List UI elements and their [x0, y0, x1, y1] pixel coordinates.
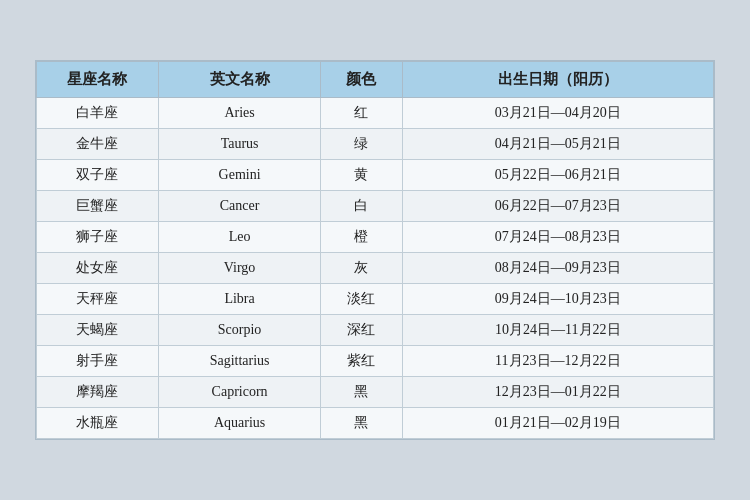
- cell-chinese: 摩羯座: [37, 377, 159, 408]
- table-row: 射手座Sagittarius紫红11月23日—12月22日: [37, 346, 714, 377]
- table-row: 双子座Gemini黄05月22日—06月21日: [37, 160, 714, 191]
- cell-chinese: 白羊座: [37, 98, 159, 129]
- table-row: 处女座Virgo灰08月24日—09月23日: [37, 253, 714, 284]
- header-date: 出生日期（阳历）: [402, 62, 713, 98]
- table-row: 巨蟹座Cancer白06月22日—07月23日: [37, 191, 714, 222]
- cell-english: Capricorn: [158, 377, 320, 408]
- cell-chinese: 狮子座: [37, 222, 159, 253]
- cell-date: 11月23日—12月22日: [402, 346, 713, 377]
- table-row: 狮子座Leo橙07月24日—08月23日: [37, 222, 714, 253]
- header-color: 颜色: [321, 62, 402, 98]
- table-row: 天蝎座Scorpio深红10月24日—11月22日: [37, 315, 714, 346]
- cell-date: 07月24日—08月23日: [402, 222, 713, 253]
- cell-chinese: 天秤座: [37, 284, 159, 315]
- cell-date: 01月21日—02月19日: [402, 408, 713, 439]
- cell-color: 深红: [321, 315, 402, 346]
- cell-color: 白: [321, 191, 402, 222]
- cell-chinese: 天蝎座: [37, 315, 159, 346]
- cell-english: Gemini: [158, 160, 320, 191]
- table-row: 天秤座Libra淡红09月24日—10月23日: [37, 284, 714, 315]
- cell-date: 05月22日—06月21日: [402, 160, 713, 191]
- table-header-row: 星座名称 英文名称 颜色 出生日期（阳历）: [37, 62, 714, 98]
- cell-color: 灰: [321, 253, 402, 284]
- cell-chinese: 射手座: [37, 346, 159, 377]
- zodiac-table-container: 星座名称 英文名称 颜色 出生日期（阳历） 白羊座Aries红03月21日—04…: [35, 60, 715, 440]
- table-row: 水瓶座Aquarius黑01月21日—02月19日: [37, 408, 714, 439]
- cell-english: Aries: [158, 98, 320, 129]
- cell-date: 03月21日—04月20日: [402, 98, 713, 129]
- cell-date: 10月24日—11月22日: [402, 315, 713, 346]
- zodiac-table: 星座名称 英文名称 颜色 出生日期（阳历） 白羊座Aries红03月21日—04…: [36, 61, 714, 439]
- table-row: 摩羯座Capricorn黑12月23日—01月22日: [37, 377, 714, 408]
- cell-date: 06月22日—07月23日: [402, 191, 713, 222]
- cell-chinese: 巨蟹座: [37, 191, 159, 222]
- cell-english: Taurus: [158, 129, 320, 160]
- header-english: 英文名称: [158, 62, 320, 98]
- header-chinese: 星座名称: [37, 62, 159, 98]
- cell-english: Leo: [158, 222, 320, 253]
- cell-date: 08月24日—09月23日: [402, 253, 713, 284]
- cell-english: Cancer: [158, 191, 320, 222]
- cell-chinese: 双子座: [37, 160, 159, 191]
- cell-color: 黄: [321, 160, 402, 191]
- cell-english: Sagittarius: [158, 346, 320, 377]
- cell-color: 黑: [321, 408, 402, 439]
- cell-date: 04月21日—05月21日: [402, 129, 713, 160]
- cell-english: Aquarius: [158, 408, 320, 439]
- cell-chinese: 水瓶座: [37, 408, 159, 439]
- cell-chinese: 金牛座: [37, 129, 159, 160]
- cell-date: 09月24日—10月23日: [402, 284, 713, 315]
- table-row: 白羊座Aries红03月21日—04月20日: [37, 98, 714, 129]
- cell-english: Scorpio: [158, 315, 320, 346]
- cell-color: 红: [321, 98, 402, 129]
- cell-chinese: 处女座: [37, 253, 159, 284]
- cell-color: 橙: [321, 222, 402, 253]
- cell-color: 绿: [321, 129, 402, 160]
- table-row: 金牛座Taurus绿04月21日—05月21日: [37, 129, 714, 160]
- cell-english: Libra: [158, 284, 320, 315]
- cell-date: 12月23日—01月22日: [402, 377, 713, 408]
- cell-color: 紫红: [321, 346, 402, 377]
- cell-color: 淡红: [321, 284, 402, 315]
- cell-color: 黑: [321, 377, 402, 408]
- cell-english: Virgo: [158, 253, 320, 284]
